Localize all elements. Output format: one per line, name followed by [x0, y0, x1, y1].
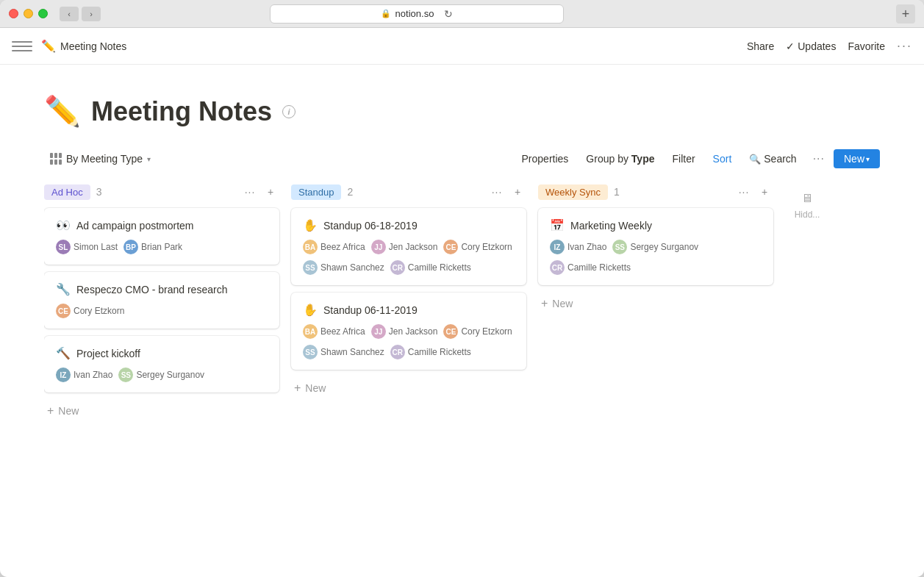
close-button[interactable]	[9, 9, 18, 18]
view-selector[interactable]: By Meeting Type ▾	[44, 150, 157, 168]
card-title-text-c5: Standup 06-11-2019	[323, 304, 418, 316]
card-c1[interactable]: 👀Ad campaign postmortemSLSimon LastBPBri…	[44, 208, 279, 265]
more-options-button[interactable]: ···	[897, 38, 912, 54]
person-name: Shawn Sanchez	[320, 262, 384, 273]
person-name: Cory Etzkorn	[461, 242, 512, 252]
person-c1-1: BPBrian Park	[123, 240, 182, 254]
top-navbar: ✏️ Meeting Notes Share ✓ Updates Favorit…	[0, 28, 924, 65]
column-header-standup: Standup2···+	[291, 183, 526, 201]
favorite-button[interactable]: Favorite	[848, 40, 885, 52]
share-button[interactable]: Share	[747, 40, 774, 52]
reload-button[interactable]: ↻	[444, 8, 453, 20]
forward-button[interactable]: ›	[82, 7, 101, 21]
info-icon[interactable]: i	[282, 105, 296, 118]
person-name: Ivan Zhao	[74, 370, 112, 380]
column-add-button-weekly[interactable]: +	[756, 183, 773, 201]
new-row-label: New	[58, 405, 79, 417]
hidden-column: 🖥Hidd...	[785, 183, 829, 220]
card-people-c6: IZIvan ZhaoSSSergey SurganovCRCamille Ri…	[550, 240, 762, 275]
card-c6[interactable]: 📅Marketing WeeklyIZIvan ZhaoSSSergey Sur…	[538, 208, 773, 285]
column-actions-standup: ···+	[488, 183, 526, 201]
person-name: Camille Ricketts	[567, 262, 631, 273]
new-card-button-weekly[interactable]: +New	[538, 293, 773, 315]
nav-buttons: ‹ ›	[60, 7, 101, 21]
avatar: JJ	[371, 240, 386, 254]
avatar: CR	[390, 345, 405, 359]
person-name: Sergey Surganov	[630, 242, 698, 252]
new-row-label: New	[305, 382, 326, 394]
person-c5-4: CRCamille Ricketts	[390, 345, 471, 359]
card-c3[interactable]: 🔨Project kickoffIZIvan ZhaoSSSergey Surg…	[44, 336, 279, 393]
column-add-button-adhoc[interactable]: +	[262, 183, 279, 201]
column-dots-button-adhoc[interactable]: ···	[241, 183, 259, 201]
column-count-adhoc: 3	[96, 186, 102, 198]
address-bar[interactable]: 🔒 notion.so ↻	[270, 4, 564, 24]
card-people-c5: BABeez AfricaJJJen JacksonCECory Etzkorn…	[303, 324, 515, 359]
new-card-button-standup[interactable]: +New	[291, 377, 526, 399]
toolbar-more-button[interactable]: ···	[807, 149, 831, 168]
card-c5[interactable]: ✋Standup 06-11-2019BABeez AfricaJJJen Ja…	[291, 293, 526, 370]
column-dots-button-standup[interactable]: ···	[488, 183, 506, 201]
avatar: SS	[612, 240, 627, 254]
card-people-c3: IZIvan ZhaoSSSergey Surganov	[56, 368, 268, 382]
properties-button[interactable]: Properties	[515, 150, 576, 168]
person-name: Cory Etzkorn	[461, 326, 512, 337]
page-title: Meeting Notes	[91, 96, 272, 127]
new-tab-button[interactable]: +	[896, 4, 915, 24]
card-title-c1: 👀Ad campaign postmortem	[56, 218, 268, 232]
card-emoji-c5: ✋	[303, 303, 318, 317]
minimize-button[interactable]	[24, 9, 33, 18]
person-name: Brian Park	[141, 242, 182, 252]
plus-icon: +	[541, 297, 548, 310]
group-by-prefix: Group by	[586, 153, 628, 165]
search-button[interactable]: 🔍 Search	[742, 150, 803, 168]
person-name: Cory Etzkorn	[74, 306, 124, 316]
main-area: ✏️ Meeting Notes i	[0, 65, 924, 577]
card-c4[interactable]: ✋Standup 06-18-2019BABeez AfricaJJJen Ja…	[291, 208, 526, 285]
board-column-standup: Standup2···+✋Standup 06-18-2019BABeez Af…	[291, 183, 526, 399]
browser-chrome: ‹ › 🔒 notion.so ↻ +	[0, 0, 924, 28]
avatar: JJ	[371, 324, 386, 339]
page-title-container: ✏️ Meeting Notes i	[44, 94, 880, 129]
updates-button[interactable]: ✓ Updates	[786, 40, 836, 52]
card-c2[interactable]: 🔧Respeczo CMO - brand researchCECory Etz…	[44, 272, 279, 329]
avatar: SS	[303, 260, 318, 275]
avatar: CE	[56, 304, 71, 318]
group-by-button[interactable]: Group by Type	[579, 150, 662, 168]
card-title-text-c4: Standup 06-18-2019	[323, 220, 418, 232]
view-label: By Meeting Type	[66, 153, 143, 165]
card-title-c2: 🔧Respeczo CMO - brand research	[56, 282, 268, 296]
person-name: Jen Jackson	[389, 242, 438, 252]
avatar: SS	[118, 368, 133, 382]
new-button[interactable]: New ▾	[834, 149, 880, 168]
url-text: notion.so	[395, 8, 434, 19]
person-name: Sergey Surganov	[136, 370, 204, 380]
board-view-icon	[50, 153, 62, 165]
sort-button[interactable]: Sort	[706, 150, 739, 168]
avatar: BA	[303, 324, 318, 339]
plus-icon: +	[47, 404, 54, 417]
hamburger-line	[12, 46, 32, 47]
card-title-c4: ✋Standup 06-18-2019	[303, 218, 515, 232]
sidebar-toggle-button[interactable]	[12, 36, 32, 57]
card-people-c4: BABeez AfricaJJJen JacksonCECory Etzkorn…	[303, 240, 515, 275]
card-title-text-c3: Project kickoff	[76, 348, 140, 359]
person-name: Jen Jackson	[389, 326, 438, 337]
avatar: IZ	[56, 368, 71, 382]
maximize-button[interactable]	[38, 9, 48, 18]
card-people-c2: CECory Etzkorn	[56, 304, 268, 318]
filter-button[interactable]: Filter	[665, 150, 702, 168]
person-c4-3: SSShawn Sanchez	[303, 260, 384, 275]
new-card-button-adhoc[interactable]: +New	[44, 400, 279, 422]
column-dots-button-weekly[interactable]: ···	[735, 183, 753, 201]
column-count-standup: 2	[347, 186, 353, 198]
board-column-adhoc: Ad Hoc3···+👀Ad campaign postmortemSLSimo…	[44, 183, 279, 422]
new-button-chevron: ▾	[866, 155, 870, 163]
nav-right: Share ✓ Updates Favorite ···	[747, 38, 912, 54]
card-people-c1: SLSimon LastBPBrian Park	[56, 240, 268, 254]
person-c4-2: CECory Etzkorn	[443, 240, 512, 254]
column-add-button-standup[interactable]: +	[509, 183, 526, 201]
hamburger-line	[12, 41, 32, 43]
person-c5-3: SSShawn Sanchez	[303, 345, 384, 359]
back-button[interactable]: ‹	[60, 7, 79, 21]
